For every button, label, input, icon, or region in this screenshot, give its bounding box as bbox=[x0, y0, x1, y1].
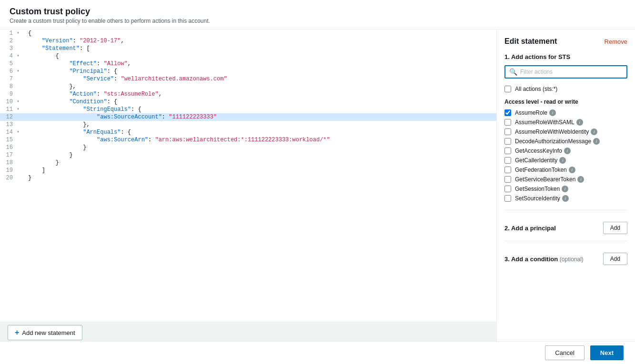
add-statement-button[interactable]: + Add new statement bbox=[8, 325, 82, 340]
action-checkbox-assumerole[interactable] bbox=[504, 109, 511, 116]
cancel-button[interactable]: Cancel bbox=[545, 345, 584, 360]
collapse-icon[interactable]: ▾ bbox=[17, 68, 24, 75]
action-checkbox-getservicebearertoken[interactable] bbox=[504, 176, 511, 183]
info-icon[interactable]: i bbox=[576, 119, 583, 126]
info-icon[interactable]: i bbox=[593, 138, 600, 145]
line-content: "Principal": { bbox=[24, 68, 496, 75]
action-label-getaccesskeyinfo[interactable]: GetAccessKeyInfoi bbox=[515, 148, 571, 154]
line-number: 18 bbox=[0, 159, 17, 167]
action-label-getsessiontoken[interactable]: GetSessionTokeni bbox=[515, 186, 568, 192]
code-editor[interactable]: 1▾{2 "Version": "2012-10-17",3 "Statemen… bbox=[0, 30, 496, 322]
info-icon[interactable]: i bbox=[562, 195, 569, 202]
line-number: 15 bbox=[0, 136, 17, 144]
info-icon[interactable]: i bbox=[591, 128, 597, 135]
table-row: 1▾{ bbox=[0, 30, 496, 37]
action-checkbox-getaccesskeyinfo[interactable] bbox=[504, 148, 511, 154]
line-number: 2 bbox=[0, 37, 17, 45]
collapse-icon bbox=[17, 45, 24, 52]
collapse-icon[interactable]: ▾ bbox=[17, 98, 24, 106]
action-checkbox-getcalleridentity[interactable] bbox=[504, 157, 511, 164]
line-number: 5 bbox=[0, 60, 17, 68]
action-checkbox-decodeauthorizationmessage[interactable] bbox=[504, 138, 511, 145]
collapse-icon[interactable]: ▾ bbox=[17, 128, 24, 136]
list-item: GetServiceBearerTokeni bbox=[504, 175, 627, 184]
line-content: } bbox=[24, 159, 496, 167]
collapse-icon bbox=[17, 90, 24, 98]
action-label-getservicebearertoken[interactable]: GetServiceBearerTokeni bbox=[515, 176, 584, 183]
list-item: DecodeAuthorizationMessagei bbox=[504, 137, 627, 146]
line-content: "StringEquals": { bbox=[24, 106, 496, 113]
section3-title: 3. Add a condition (optional) bbox=[504, 256, 584, 263]
all-actions-label[interactable]: All actions (sts:*) bbox=[515, 86, 557, 92]
main-layout: 1▾{2 "Version": "2012-10-17",3 "Statemen… bbox=[0, 30, 635, 364]
line-content: "ArnEquals": { bbox=[24, 128, 496, 136]
access-level-title: Access level - read or write bbox=[504, 98, 627, 105]
line-number: 1 bbox=[0, 30, 17, 37]
collapse-icon[interactable]: ▾ bbox=[17, 30, 24, 37]
action-checkbox-getsessiontoken[interactable] bbox=[504, 186, 511, 192]
action-label-setsourceidentity[interactable]: SetSourceIdentityi bbox=[515, 195, 569, 202]
table-row: 11▾ "StringEquals": { bbox=[0, 106, 496, 113]
collapse-icon[interactable]: ▾ bbox=[17, 52, 24, 60]
collapse-icon bbox=[17, 174, 24, 182]
action-checkbox-getfederationtoken[interactable] bbox=[504, 167, 511, 173]
action-label-decodeauthorizationmessage[interactable]: DecodeAuthorizationMessagei bbox=[515, 138, 600, 145]
add-principal-section: 2. Add a principal Add bbox=[504, 222, 627, 234]
action-label-getcalleridentity[interactable]: GetCallerIdentityi bbox=[515, 157, 566, 164]
collapse-icon bbox=[17, 151, 24, 159]
action-checkbox-setsourceidentity[interactable] bbox=[504, 195, 511, 202]
add-principal-button[interactable]: Add bbox=[603, 222, 627, 234]
list-item: SetSourceIdentityi bbox=[504, 194, 627, 203]
search-input[interactable] bbox=[520, 69, 623, 75]
actions-list: AssumeRoleiAssumeRoleWithSAMLiAssumeRole… bbox=[504, 108, 627, 203]
line-content: "Action": "sts:AssumeRole", bbox=[24, 90, 496, 98]
collapse-icon bbox=[17, 83, 24, 90]
all-actions-checkbox[interactable] bbox=[504, 86, 511, 92]
table-row: 9 "Action": "sts:AssumeRole", bbox=[0, 90, 496, 98]
collapse-icon bbox=[17, 37, 24, 45]
info-icon[interactable]: i bbox=[549, 109, 556, 116]
table-row: 17 } bbox=[0, 151, 496, 159]
table-row: 12 "aws:SourceAccount": "111122223333" bbox=[0, 113, 496, 121]
action-label-assumerolewithsaml[interactable]: AssumeRoleWithSAMLi bbox=[515, 119, 583, 126]
line-content: "Statement": [ bbox=[24, 45, 496, 52]
info-icon[interactable]: i bbox=[577, 176, 584, 183]
line-number: 7 bbox=[0, 75, 17, 83]
table-row: 20} bbox=[0, 174, 496, 182]
info-icon[interactable]: i bbox=[569, 167, 575, 173]
list-item: AssumeRoleWithSAMLi bbox=[504, 118, 627, 127]
table-row: 8 }, bbox=[0, 83, 496, 90]
line-content: } bbox=[24, 144, 496, 151]
edit-panel-header: Edit statement Remove bbox=[504, 37, 627, 46]
line-content: }, bbox=[24, 121, 496, 128]
action-label-assumerolewithwebidentity[interactable]: AssumeRoleWithWebIdentityi bbox=[515, 128, 597, 135]
action-label-getfederationtoken[interactable]: GetFederationTokeni bbox=[515, 167, 575, 173]
info-icon[interactable]: i bbox=[559, 157, 566, 164]
page-subtitle: Create a custom trust policy to enable o… bbox=[10, 18, 625, 24]
table-row: 16 } bbox=[0, 144, 496, 151]
add-condition-button[interactable]: Add bbox=[603, 253, 627, 265]
line-content: { bbox=[24, 30, 496, 37]
next-button[interactable]: Next bbox=[590, 345, 624, 360]
info-icon[interactable]: i bbox=[564, 148, 571, 154]
list-item: GetCallerIdentityi bbox=[504, 156, 627, 165]
add-statement-label: Add new statement bbox=[22, 329, 75, 336]
action-label-assumerole[interactable]: AssumeRolei bbox=[515, 109, 556, 116]
list-item: AssumeRolei bbox=[504, 108, 627, 118]
remove-link[interactable]: Remove bbox=[605, 38, 627, 45]
collapse-icon[interactable]: ▾ bbox=[17, 106, 24, 113]
line-content: ] bbox=[24, 167, 496, 174]
line-content: "Effect": "Allow", bbox=[24, 60, 496, 68]
plus-icon: + bbox=[15, 328, 19, 337]
collapse-icon bbox=[17, 159, 24, 167]
info-icon[interactable]: i bbox=[562, 186, 568, 192]
line-number: 4 bbox=[0, 52, 17, 60]
section1-title: 1. Add actions for STS bbox=[504, 53, 627, 60]
collapse-icon bbox=[17, 113, 24, 121]
collapse-icon bbox=[17, 167, 24, 174]
filter-actions-search[interactable]: 🔍 bbox=[504, 65, 627, 79]
action-checkbox-assumerolewithwebidentity[interactable] bbox=[504, 128, 511, 135]
action-checkbox-assumerolewithsaml[interactable] bbox=[504, 119, 511, 126]
line-number: 13 bbox=[0, 121, 17, 128]
line-content: "aws:SourceArn": "arn:aws:wellarchitecte… bbox=[24, 136, 496, 144]
